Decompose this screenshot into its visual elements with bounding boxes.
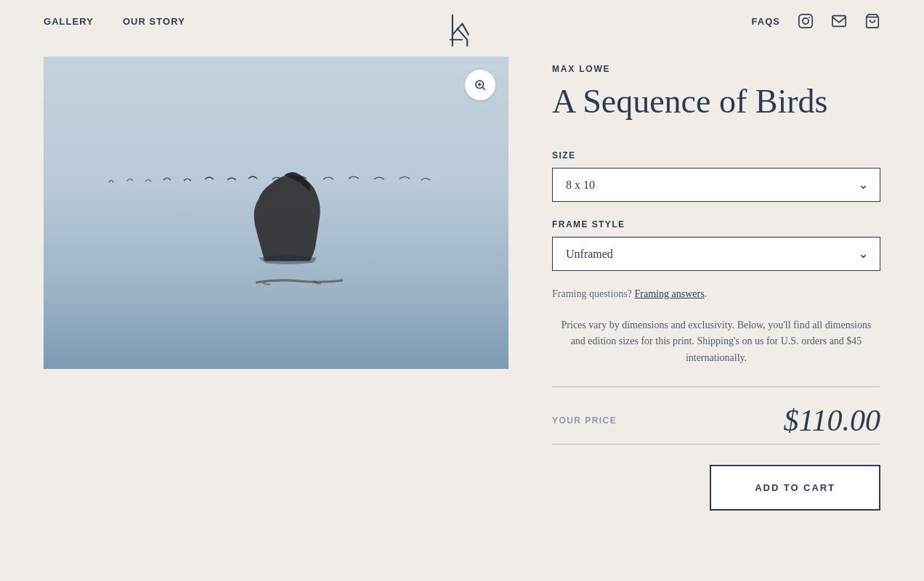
site-logo[interactable] <box>442 10 482 53</box>
frame-label: FRAME STYLE <box>552 219 880 229</box>
mail-icon[interactable] <box>831 13 847 29</box>
frame-select-wrapper: Unframed Black Frame White Frame Natural… <box>552 237 880 271</box>
nav-right: FAQS <box>751 13 880 29</box>
svg-point-2 <box>808 17 810 18</box>
price-row: YOUR PRICE $110.00 <box>552 403 880 438</box>
cart-icon[interactable] <box>864 13 880 29</box>
product-image <box>44 57 508 369</box>
size-label: SIZE <box>552 150 880 161</box>
our-story-link[interactable]: OUR STORY <box>123 16 185 27</box>
framing-answers-link[interactable]: Framing answers <box>635 288 705 299</box>
svg-rect-0 <box>799 15 812 28</box>
main-content: MAX LOWE A Sequence of Birds SIZE 8 x 10… <box>0 42 924 540</box>
gallery-link[interactable]: GALLERY <box>44 16 94 27</box>
price-value: $110.00 <box>784 403 880 438</box>
site-header: GALLERY OUR STORY FAQS <box>0 0 924 42</box>
frame-select[interactable]: Unframed Black Frame White Frame Natural… <box>552 237 880 271</box>
pricing-info: Prices vary by dimensions and exclusivit… <box>552 317 880 366</box>
faqs-link[interactable]: FAQS <box>751 16 780 27</box>
zoom-button[interactable] <box>465 70 495 100</box>
instagram-icon[interactable] <box>798 13 814 29</box>
svg-point-1 <box>803 18 808 24</box>
rock-illustration <box>218 148 363 267</box>
divider-1 <box>552 386 880 387</box>
framing-note: Framing questions? Framing answers. <box>552 288 880 300</box>
product-title: A Sequence of Birds <box>552 83 880 121</box>
product-image-container <box>44 57 508 369</box>
svg-rect-3 <box>832 16 846 27</box>
driftwood-illustration <box>256 275 343 293</box>
size-select[interactable]: 8 x 10 11 x 14 16 x 20 20 x 24 24 x 30 <box>552 168 880 202</box>
product-info: MAX LOWE A Sequence of Birds SIZE 8 x 10… <box>552 57 880 511</box>
size-select-wrapper: 8 x 10 11 x 14 16 x 20 20 x 24 24 x 30 ⌄ <box>552 168 880 202</box>
artist-name: MAX LOWE <box>552 64 880 74</box>
price-label: YOUR PRICE <box>552 415 617 426</box>
nav-left: GALLERY OUR STORY <box>44 16 185 27</box>
add-to-cart-button[interactable]: ADD TO CART <box>710 465 880 511</box>
divider-2 <box>552 444 880 444</box>
